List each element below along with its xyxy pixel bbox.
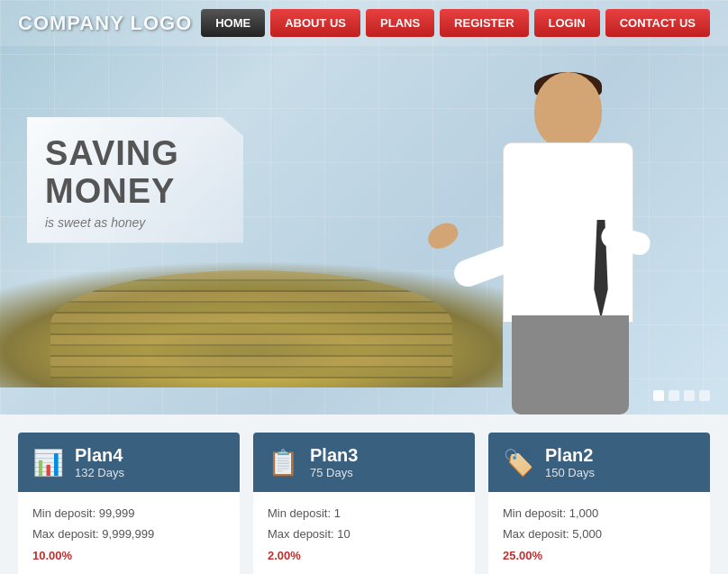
nav-plans[interactable]: PLANS	[366, 9, 434, 37]
money-pile	[0, 207, 503, 387]
plan3-icon: 📋	[268, 448, 299, 478]
plan3-header: 📋 Plan3 75 Days	[253, 433, 475, 492]
plan2-body: Min deposit: 1,000 Max deposit: 5,000 25…	[488, 492, 710, 574]
plan2-rate: 25.00%	[503, 545, 696, 566]
plan4-header: 📊 Plan4 132 Days	[18, 433, 240, 492]
nav-login[interactable]: LOGIN	[534, 9, 600, 37]
plan3-info: Plan3 75 Days	[310, 445, 358, 479]
plan2-header: 🏷️ Plan2 150 Days	[488, 433, 710, 492]
nav-contact[interactable]: CONTACT US	[605, 9, 710, 37]
plan4-body: Min deposit: 99,999 Max deposit: 9,999,9…	[18, 492, 240, 574]
plans-section: 📊 Plan4 132 Days Min deposit: 99,999 Max…	[0, 415, 728, 574]
slide-dot-2[interactable]	[669, 390, 679, 401]
plan4-icon: 📊	[32, 448, 64, 478]
slide-dot-4[interactable]	[699, 390, 710, 401]
plan3-rate: 2.00%	[268, 545, 460, 566]
hero-section: COMPANY LOGO HOME ABOUT US PLANS REGISTE…	[0, 0, 728, 415]
person-pants	[512, 315, 629, 415]
plan4-title: Plan4	[75, 445, 124, 466]
plan-card-2: 🏷️ Plan2 150 Days Min deposit: 1,000 Max…	[488, 433, 710, 574]
person-head	[534, 72, 602, 149]
plan4-rate: 10.00%	[32, 545, 225, 566]
plan3-max: Max deposit: 10	[268, 524, 460, 544]
slide-dot-1[interactable]	[653, 390, 664, 401]
plan-card-4: 📊 Plan4 132 Days Min deposit: 99,999 Max…	[18, 433, 240, 574]
slogan-main-text: SAVINGMONEY	[45, 135, 212, 211]
site-header: COMPANY LOGO HOME ABOUT US PLANS REGISTE…	[0, 0, 728, 46]
plan2-max: Max deposit: 5,000	[503, 524, 696, 544]
plan2-icon: 🏷️	[503, 448, 534, 478]
plan2-min: Min deposit: 1,000	[503, 503, 696, 524]
slide-dots	[653, 390, 710, 401]
plan4-max: Max deposit: 9,999,999	[32, 524, 225, 544]
site-logo: COMPANY LOGO	[18, 12, 198, 35]
nav-home[interactable]: HOME	[201, 9, 265, 37]
main-nav: HOME ABOUT US PLANS REGISTER LOGIN CONTA…	[201, 9, 710, 37]
plan3-min: Min deposit: 1	[268, 503, 460, 524]
plan3-title: Plan3	[310, 445, 358, 466]
nav-about[interactable]: ABOUT US	[270, 9, 360, 37]
plan2-title: Plan2	[545, 445, 595, 466]
nav-register[interactable]: REGISTER	[440, 9, 528, 37]
person-figure	[476, 72, 674, 415]
plan4-info: Plan4 132 Days	[75, 445, 124, 479]
slide-dot-3[interactable]	[684, 390, 695, 401]
person-body	[503, 142, 633, 323]
plan2-days: 150 Days	[545, 466, 595, 479]
plan4-min: Min deposit: 99,999	[32, 503, 225, 524]
person-arm-right	[599, 223, 653, 257]
plan3-days: 75 Days	[310, 466, 358, 479]
plan-card-3: 📋 Plan3 75 Days Min deposit: 1 Max depos…	[253, 433, 475, 574]
plan4-days: 132 Days	[75, 466, 124, 479]
plan2-info: Plan2 150 Days	[545, 445, 595, 479]
plan3-body: Min deposit: 1 Max deposit: 10 2.00%	[253, 492, 475, 574]
